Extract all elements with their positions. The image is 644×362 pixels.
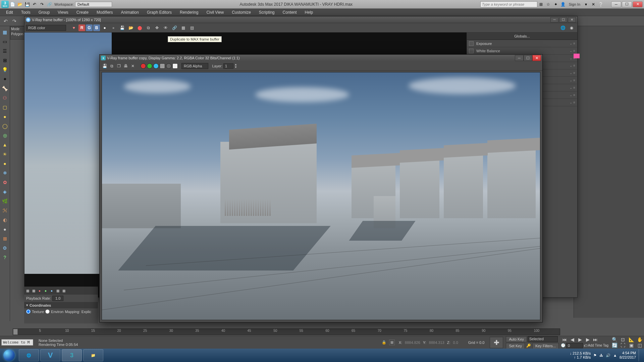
panel-icon[interactable]: ▦ bbox=[55, 288, 60, 293]
vfbcopy-minimize[interactable]: ─ bbox=[515, 55, 524, 61]
keyfilters-button[interactable]: Key Filters... bbox=[532, 343, 559, 349]
chevron-down-icon[interactable]: ⌄ ≡ bbox=[570, 93, 575, 97]
plant-icon[interactable]: 🌿 bbox=[1, 197, 9, 205]
light-icon[interactable]: 💡 bbox=[1, 66, 9, 74]
y-coord[interactable]: 8884.313 bbox=[429, 341, 444, 345]
torus-icon[interactable]: ◎ bbox=[1, 131, 9, 139]
timeline[interactable]: 5101520253035404550556065707580859095100 bbox=[13, 328, 560, 335]
hair-icon[interactable]: ℋ bbox=[1, 206, 9, 215]
menu-animation[interactable]: Animation bbox=[118, 9, 142, 15]
panel-icon[interactable]: ● bbox=[49, 288, 54, 293]
checkbox-icon[interactable] bbox=[469, 41, 474, 46]
hedra-icon[interactable]: ◈ bbox=[1, 188, 9, 196]
menu-rendering[interactable]: Rendering bbox=[176, 9, 202, 15]
tray-chevron-icon[interactable]: ▲ bbox=[613, 353, 617, 357]
vfbcopy-close[interactable]: ✕ bbox=[532, 55, 541, 61]
blue-channel-button[interactable]: B bbox=[93, 24, 100, 31]
white-button[interactable] bbox=[172, 63, 178, 69]
help-icon[interactable]: ? bbox=[1, 253, 9, 261]
heart-icon[interactable]: ♥ bbox=[70, 24, 78, 32]
play-icon[interactable]: ▶ bbox=[577, 337, 583, 342]
tray-flag-icon[interactable]: ⚑ bbox=[593, 353, 597, 358]
menu-views[interactable]: Views bbox=[54, 9, 72, 15]
save-render-icon[interactable]: 💾 bbox=[118, 24, 126, 32]
sun-icon[interactable]: ☀ bbox=[1, 150, 9, 158]
show-desktop-button[interactable] bbox=[639, 349, 641, 361]
vfbcopy-maximize[interactable]: ☐ bbox=[524, 55, 532, 61]
chevron-down-icon[interactable]: ⌄ ≡ bbox=[570, 64, 575, 67]
frame-input[interactable] bbox=[566, 343, 583, 348]
star2-icon[interactable]: ✦ bbox=[553, 1, 559, 7]
keymode-select[interactable]: Selected bbox=[528, 336, 558, 342]
window-minimize[interactable]: ─ bbox=[611, 1, 621, 7]
menu-scripting[interactable]: Scripting bbox=[256, 9, 278, 15]
cloth-icon[interactable]: ◐ bbox=[1, 216, 9, 224]
link-icon[interactable]: 🔗 bbox=[46, 1, 52, 7]
playback-value[interactable]: 1.0 bbox=[52, 296, 63, 301]
mono-icon[interactable]: ● bbox=[101, 24, 109, 32]
mat-grid-icon[interactable]: ⊞ bbox=[1, 235, 9, 243]
mat-sphere-icon[interactable]: ● bbox=[1, 225, 9, 233]
green-dot-button[interactable] bbox=[147, 63, 152, 69]
subscription-icon[interactable]: ⊞ bbox=[538, 1, 544, 7]
alpha-button[interactable] bbox=[160, 63, 165, 69]
tray-clock[interactable]: 4:54 PM 8/22/2017 bbox=[620, 351, 636, 360]
close-x-icon[interactable]: ✕ bbox=[590, 1, 596, 7]
menu-edit[interactable]: Edit bbox=[3, 9, 16, 15]
sphere-icon[interactable]: ● bbox=[1, 113, 9, 121]
time-slider[interactable] bbox=[13, 329, 18, 335]
chevron-down-icon[interactable]: ⌄ ≡ bbox=[570, 71, 575, 75]
menu-grapheditors[interactable]: Graph Editors bbox=[144, 9, 175, 15]
prev-frame-icon[interactable]: ◀ bbox=[569, 337, 576, 342]
delete-icon[interactable]: ✕ bbox=[130, 63, 136, 69]
vfbcopy-render-view[interactable] bbox=[102, 72, 540, 320]
checkbox-icon[interactable] bbox=[469, 49, 474, 53]
open-icon[interactable]: 📂 bbox=[17, 1, 23, 7]
bone-icon[interactable]: 🦴 bbox=[1, 84, 9, 93]
lock-icon[interactable]: 🔒 bbox=[382, 340, 386, 345]
coordinates-rollout[interactable]: ▾ Coordinates bbox=[24, 302, 98, 308]
particle-icon[interactable]: ✦ bbox=[1, 75, 9, 83]
window-close[interactable]: ✕ bbox=[633, 1, 643, 7]
chevron-down-icon[interactable]: ⌄ ≡ bbox=[570, 78, 575, 82]
box-icon[interactable]: ▢ bbox=[1, 103, 9, 111]
globe-icon[interactable]: 🌐 bbox=[559, 24, 567, 32]
new-icon[interactable]: 📄 bbox=[9, 1, 15, 7]
texture-radio[interactable] bbox=[26, 309, 31, 314]
undo-icon[interactable]: ↶ bbox=[32, 1, 38, 7]
star-icon[interactable]: ☆ bbox=[545, 1, 551, 7]
chevron-down-icon[interactable]: ⌄ ≡ bbox=[570, 49, 575, 53]
cube-icon[interactable]: ▦ bbox=[1, 28, 9, 36]
save-icon[interactable]: 💾 bbox=[24, 1, 30, 7]
vfb-minimize[interactable]: ─ bbox=[550, 17, 558, 22]
vfb-close[interactable]: ✕ bbox=[568, 17, 576, 22]
panel-icon[interactable]: ▦ bbox=[31, 288, 36, 293]
workspace-select[interactable]: Default bbox=[75, 2, 112, 7]
load-render-icon[interactable]: 📂 bbox=[127, 24, 135, 32]
snap-icon[interactable]: ⊞ bbox=[389, 340, 395, 345]
toggle-icon[interactable]: ▾ bbox=[583, 1, 589, 7]
next-frame-icon[interactable]: ▶ bbox=[584, 337, 591, 342]
copy-icon[interactable]: ⧉ bbox=[109, 63, 115, 69]
snow-icon[interactable]: ❄ bbox=[1, 169, 9, 177]
menu-help[interactable]: Help bbox=[302, 9, 317, 15]
vfb-side-header[interactable]: Globals... bbox=[467, 33, 577, 40]
fov-icon[interactable]: 📐 bbox=[628, 337, 635, 342]
help2-icon[interactable]: ❔ bbox=[598, 1, 604, 7]
chevron-down-icon[interactable]: ⌄ ≡ bbox=[570, 101, 575, 104]
key-icon[interactable]: 🔑 bbox=[526, 343, 532, 349]
red-dot-button[interactable] bbox=[141, 63, 146, 69]
goto-end-icon[interactable]: ⏭ bbox=[592, 337, 599, 342]
autokey-button[interactable]: Auto Key bbox=[506, 336, 527, 342]
chevron-down-icon[interactable]: ⌄ ≡ bbox=[570, 86, 575, 89]
maxscript-input[interactable] bbox=[1, 339, 33, 346]
redo-icon[interactable]: ↷ bbox=[39, 1, 45, 7]
track-icon[interactable]: ✥ bbox=[153, 24, 161, 32]
stop-icon[interactable]: ⬤ bbox=[136, 24, 144, 32]
goto-start-icon[interactable]: ⏮ bbox=[561, 337, 568, 342]
zoomext-icon[interactable]: ▣ bbox=[628, 343, 635, 348]
panel-icon[interactable]: ● bbox=[37, 288, 42, 293]
menu-civilview[interactable]: Civil View bbox=[203, 9, 227, 15]
link2-icon[interactable]: 🔗 bbox=[170, 24, 178, 32]
start-button[interactable] bbox=[0, 349, 18, 362]
